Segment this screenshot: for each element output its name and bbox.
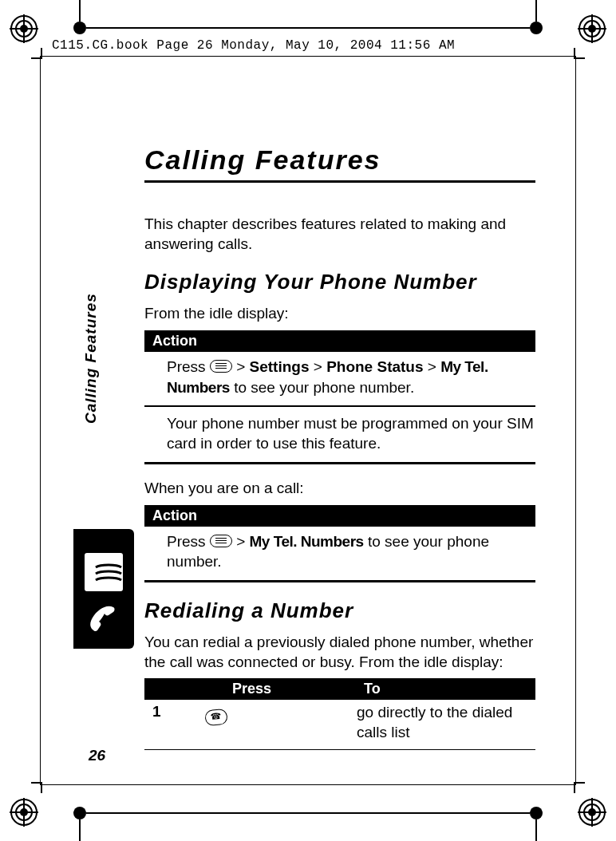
press-table-header: Press To: [144, 678, 535, 700]
text: >: [232, 358, 250, 375]
rule: [144, 580, 535, 582]
reg-mark-icon: [578, 14, 606, 43]
rule: [144, 749, 535, 751]
text: >: [232, 533, 250, 550]
rule: [144, 405, 535, 407]
row-num: 1: [144, 703, 197, 742]
menu-path: Settings: [250, 358, 310, 375]
section-lead: You can redial a previously dialed phone…: [144, 633, 535, 672]
action-header: Action: [144, 505, 535, 527]
text: Press: [167, 358, 210, 375]
page-content: Calling Features This chapter describes …: [144, 144, 535, 756]
page-title: Calling Features: [144, 144, 535, 176]
title-rule: [144, 180, 535, 183]
press-table-row: 1 ☎ go directly to the dialed calls list: [144, 700, 535, 742]
crop-line: [535, 0, 537, 22]
page-number: 26: [89, 747, 105, 764]
menu-key-icon: [210, 535, 232, 547]
crop-line: [79, 819, 81, 841]
row-to: go directly to the dialed calls list: [349, 703, 535, 742]
crop-dot-icon: [73, 22, 86, 34]
text: >: [424, 358, 441, 375]
intro-text: This chapter describes features related …: [144, 215, 535, 254]
text: to see your phone number.: [230, 379, 414, 396]
text: >: [309, 358, 326, 375]
doc-header-meta: C115.CG.book Page 26 Monday, May 10, 200…: [52, 38, 455, 53]
action-header: Action: [144, 330, 535, 352]
text: Press: [167, 533, 210, 550]
menu-path: My Tel. Numbers: [250, 533, 364, 550]
thumb-tab-lines-icon: [85, 553, 123, 591]
section-heading: Displaying Your Phone Number: [144, 270, 535, 294]
action-note: Your phone number must be programmed on …: [144, 413, 535, 459]
crop-dot-icon: [73, 807, 86, 819]
thumb-tab: [73, 529, 134, 649]
col-to: To: [356, 678, 535, 700]
crop-line: [79, 0, 81, 22]
crop-dot-icon: [530, 807, 543, 819]
phone-icon: [81, 598, 126, 642]
crop-line: [535, 819, 537, 841]
action-body: Press > Settings > Phone Status > My Tel…: [144, 352, 535, 402]
section-heading: Redialing a Number: [144, 598, 535, 623]
col-press: Press: [224, 678, 356, 700]
page-frame: Calling Features Calling Features This c…: [40, 56, 576, 785]
crop-line: [86, 27, 530, 29]
reg-mark-icon: [10, 798, 38, 827]
reg-mark-icon: [10, 14, 38, 43]
rule: [144, 462, 535, 464]
section-lead: From the idle display:: [144, 304, 535, 324]
section-lead: When you are on a call:: [144, 479, 535, 499]
crop-dot-icon: [530, 22, 543, 34]
menu-key-icon: [210, 360, 232, 373]
side-tab-label: Calling Features: [82, 293, 100, 424]
send-key-icon: ☎: [204, 709, 228, 726]
reg-mark-icon: [578, 798, 606, 827]
menu-path: Phone Status: [326, 358, 423, 375]
crop-line: [86, 812, 530, 814]
action-body: Press > My Tel. Numbers to see your phon…: [144, 527, 535, 577]
